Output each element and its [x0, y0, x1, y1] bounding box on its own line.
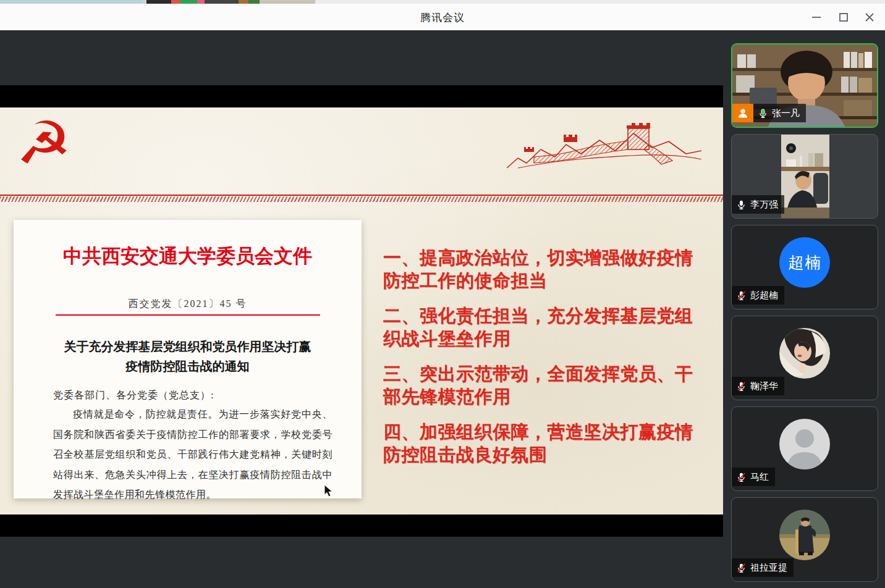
maximize-button[interactable]	[834, 9, 853, 26]
participant-name: 祖拉亚提	[750, 562, 787, 574]
participant-tile-zhangyifan[interactable]: 张一凡	[731, 43, 878, 128]
document-red-rule	[56, 314, 320, 316]
minimize-icon	[811, 12, 822, 23]
slide-point-1: 一、提高政治站位，切实增强做好疫情防控工作的使命担当	[383, 246, 693, 292]
participant-name: 李万强	[750, 199, 778, 211]
participant-tile-zulayati[interactable]: 祖拉亚提	[731, 497, 878, 582]
participant-name: 张一凡	[772, 107, 800, 119]
window-title: 腾讯会议	[0, 10, 885, 25]
close-button[interactable]	[860, 9, 879, 26]
participant-tile-pengchaonan[interactable]: 超楠 彭超楠	[731, 225, 878, 309]
participant-tile-juzehua[interactable]: 鞠泽华	[731, 316, 878, 400]
tencent-meeting-window: 腾讯会议 ☭	[0, 0, 885, 588]
screen-share-stage: ☭	[0, 30, 723, 588]
document-heading-line1: 关于充分发挥基层党组织和党员作用坚决打赢	[38, 337, 337, 356]
microphone-muted-icon	[736, 563, 747, 573]
document-heading-line2: 疫情防控阻击战的通知	[38, 356, 337, 376]
presentation-slide: ☭	[0, 107, 723, 514]
microphone-muted-icon	[736, 290, 747, 301]
avatar-initials: 超楠	[788, 252, 821, 274]
close-icon	[864, 12, 875, 23]
title-bar: 腾讯会议	[0, 4, 885, 31]
mouse-cursor	[324, 484, 334, 498]
letterbox-top	[0, 85, 723, 107]
document-page: 中共西安交通大学委员会文件 西交党发〔2021〕45 号 关于充分发挥基层党组织…	[14, 220, 362, 498]
participant-tile-mahong[interactable]: 马红	[731, 406, 878, 491]
avatar	[779, 328, 830, 379]
letterbox-bottom	[0, 514, 723, 537]
participant-tile-liwanqiang[interactable]: 李万强	[731, 134, 878, 219]
microphone-muted-icon	[736, 381, 747, 392]
avatar-placeholder	[779, 419, 830, 469]
document-body: 疫情就是命令，防控就是责任。为进一步落实好党中央、国务院和陕西省委关于疫情防控工…	[53, 405, 332, 505]
webcam-video	[781, 135, 829, 218]
sharer-person-icon	[732, 104, 753, 122]
document-heading: 关于充分发挥基层党组织和党员作用坚决打赢 疫情防控阻击战的通知	[38, 337, 337, 376]
great-wall-illustration	[507, 120, 701, 175]
document-number: 西交党发〔2021〕45 号	[14, 298, 362, 311]
avatar	[779, 510, 830, 560]
participant-name: 马红	[750, 471, 769, 483]
participant-name: 鞠泽华	[750, 380, 778, 392]
participants-sidebar: 张一凡	[723, 30, 885, 588]
avatar: 超楠	[779, 237, 830, 288]
document-title: 中共西安交通大学委员会文件	[14, 243, 362, 269]
party-emblem-icon: ☭	[16, 114, 72, 173]
slide-point-2: 二、强化责任担当，充分发挥基层党组织战斗堡垒作用	[383, 304, 693, 350]
slide-divider	[0, 195, 723, 203]
minimize-button[interactable]	[807, 9, 826, 26]
maximize-icon	[838, 12, 849, 23]
document-salutation: 党委各部门、各分党委（党总支）:	[53, 389, 214, 402]
microphone-muted-icon	[736, 472, 747, 482]
slide-point-4: 四、加强组织保障，营造坚决打赢疫情防控阻击战良好氛围	[383, 421, 693, 466]
microphone-icon	[736, 200, 747, 210]
slide-point-3: 三、突出示范带动，全面发挥党员、干部先锋模范作用	[383, 363, 693, 408]
microphone-active-icon	[758, 108, 768, 119]
participant-name: 彭超楠	[750, 290, 778, 301]
